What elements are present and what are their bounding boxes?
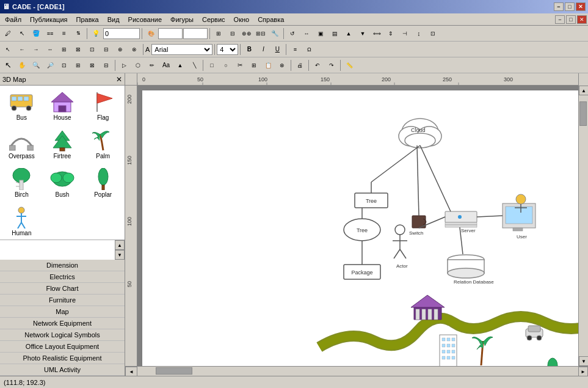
pointer-button[interactable]: ↖: [15, 27, 29, 40]
bucket-button[interactable]: 🪣: [29, 27, 43, 40]
scrollup-btn[interactable]: ▲: [115, 240, 125, 250]
tb2-btn1[interactable]: ↖: [1, 43, 15, 56]
cat-furniture[interactable]: Furniture: [0, 295, 125, 306]
cat-office-layout[interactable]: Office Layout Equipment: [0, 341, 125, 353]
cat-map[interactable]: Map: [0, 306, 125, 318]
size1-input[interactable]: 2.50: [158, 28, 183, 39]
tb2-btn10[interactable]: ⊗: [128, 43, 141, 56]
vscroll-thumb[interactable]: [579, 101, 587, 126]
app-minimize-button[interactable]: −: [555, 15, 565, 24]
draw-tool2[interactable]: ▷: [117, 59, 131, 71]
tools-btn[interactable]: 🔧: [268, 27, 281, 40]
rotate-btn[interactable]: ↺: [286, 27, 299, 40]
hscroll-right-btn[interactable]: ►: [578, 367, 588, 376]
tb2-btn5[interactable]: ⊞: [57, 43, 71, 56]
hatch-button[interactable]: ≡≡: [43, 27, 57, 40]
new-button[interactable]: 🖊: [1, 27, 15, 40]
front-btn[interactable]: ▲: [342, 27, 355, 40]
arrange-button[interactable]: ⇅: [71, 27, 85, 40]
hscroll-track[interactable]: [137, 367, 578, 376]
ruler-tool[interactable]: 📏: [343, 59, 356, 71]
zoom-select-tool[interactable]: ⊠: [85, 59, 99, 71]
shape-poplar[interactable]: Poplar: [84, 165, 122, 201]
vscroll-down-btn[interactable]: ▼: [579, 356, 588, 366]
menu-service[interactable]: Сервис: [198, 15, 229, 24]
zoom-actual-tool[interactable]: ⊞: [71, 59, 85, 71]
menu-window[interactable]: Окно: [230, 15, 253, 24]
grid2-btn[interactable]: ⊟: [226, 27, 239, 40]
cat-network-logical[interactable]: Network Logical Symbols: [0, 329, 125, 341]
bold-button[interactable]: B: [242, 43, 256, 56]
flip-h-btn[interactable]: ⟺: [370, 27, 383, 40]
shape-birch[interactable]: Birch: [2, 165, 41, 201]
align-left-btn[interactable]: ≡: [288, 43, 302, 56]
tb2-btn2[interactable]: ←: [15, 43, 29, 56]
size2-input[interactable]: 2.50: [183, 28, 208, 39]
align-button[interactable]: ≡: [57, 27, 71, 40]
light-button[interactable]: 💡: [89, 27, 103, 40]
menu-draw[interactable]: Рисование: [125, 15, 165, 24]
app-close-button[interactable]: ✕: [577, 15, 587, 24]
shape-overpass[interactable]: Overpass: [2, 126, 41, 163]
cat-electrics[interactable]: Electrics: [0, 271, 125, 283]
draw-tool3[interactable]: ⬡: [131, 59, 145, 71]
hscroll-thumb[interactable]: [156, 367, 192, 375]
redo-tool[interactable]: ↷: [325, 59, 338, 71]
ungroup-btn[interactable]: ▤: [328, 27, 341, 40]
dist-btn[interactable]: ↨: [412, 27, 426, 40]
shape-palm[interactable]: Palm: [84, 126, 122, 163]
underline-button[interactable]: U: [270, 43, 284, 56]
rect-tool[interactable]: □: [205, 59, 219, 71]
format-btn[interactable]: Ω: [302, 43, 316, 56]
app-restore-button[interactable]: □: [566, 15, 576, 24]
align2-btn[interactable]: ⊣: [398, 27, 412, 40]
draw-tool1[interactable]: ⊟: [100, 59, 113, 71]
tb2-btn7[interactable]: ⊡: [85, 43, 99, 56]
mirror-btn[interactable]: ↔: [300, 27, 313, 40]
select-tool[interactable]: ↖: [1, 59, 15, 71]
back-btn[interactable]: ▼: [356, 27, 369, 40]
tb2-btn6[interactable]: ⊠: [71, 43, 85, 56]
shape-human[interactable]: Human: [2, 203, 41, 240]
zoom-in-tool[interactable]: 🔍: [29, 59, 43, 71]
close-button[interactable]: ✕: [576, 2, 586, 11]
cat-dimension[interactable]: Dimension: [0, 260, 125, 271]
snap-btn[interactable]: ⊕⊕: [240, 27, 253, 40]
undo-tool[interactable]: ↶: [311, 59, 324, 71]
delete-tool[interactable]: ⊗: [275, 59, 289, 71]
paste-tool[interactable]: 📋: [261, 59, 275, 71]
hscroll-left-btn[interactable]: ◄: [125, 367, 137, 376]
italic-button[interactable]: I: [256, 43, 270, 56]
vscroll-track[interactable]: [579, 95, 588, 356]
flip-v-btn[interactable]: ⇕: [384, 27, 397, 40]
menu-shapes[interactable]: Фигуры: [167, 15, 197, 24]
menu-view[interactable]: Вид: [104, 15, 123, 24]
minimize-button[interactable]: −: [554, 2, 564, 11]
menu-edit[interactable]: Правка: [73, 15, 103, 24]
connect-btn[interactable]: ⊞⊟: [254, 27, 267, 40]
cut-tool[interactable]: ✂: [233, 59, 247, 71]
cat-photo-realistic[interactable]: Photo Realistic Equipment: [0, 353, 125, 364]
cat-network-equipment[interactable]: Network Equipment: [0, 318, 125, 329]
menu-help[interactable]: Справка: [254, 15, 288, 24]
shape-bush[interactable]: Bush: [43, 165, 82, 201]
menu-file[interactable]: Файл: [1, 15, 25, 24]
line-width-input[interactable]: [103, 28, 140, 39]
menu-publication[interactable]: Публикация: [26, 15, 71, 24]
cat-flowchart[interactable]: Flow Chart: [0, 283, 125, 295]
tb2-btn4[interactable]: ↔: [43, 43, 57, 56]
line-tool[interactable]: ╲: [187, 59, 201, 71]
vscroll-up-btn[interactable]: ▲: [579, 86, 588, 95]
shape-house[interactable]: House: [43, 88, 82, 124]
maximize-button[interactable]: □: [565, 2, 575, 11]
canvas-scroll[interactable]: Cloud Tree Tree Package: [137, 86, 578, 366]
tb2-btn3[interactable]: →: [29, 43, 43, 56]
group-btn[interactable]: ▣: [314, 27, 327, 40]
panel-close-button[interactable]: ✕: [116, 75, 122, 84]
zoom-fit-tool[interactable]: ⊡: [57, 59, 71, 71]
hand-tool[interactable]: ✋: [15, 59, 29, 71]
cat-uml-activity[interactable]: UML Activity: [0, 364, 125, 376]
circle-tool[interactable]: ○: [219, 59, 233, 71]
shape-flag[interactable]: Flag: [84, 88, 122, 124]
grid-btn[interactable]: ⊞: [212, 27, 225, 40]
